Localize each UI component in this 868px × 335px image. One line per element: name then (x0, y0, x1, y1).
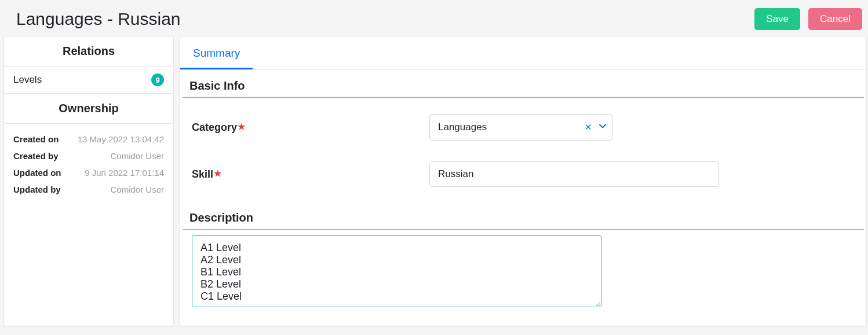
created-by-value: Comidor User (110, 151, 164, 161)
save-button[interactable]: Save (754, 8, 800, 30)
ownership-updated-on: Updated on 9 Jun 2022 17:01:14 (13, 164, 164, 181)
sidebar-item-levels[interactable]: Levels 9 (4, 67, 173, 93)
category-select[interactable]: Languages ✕ (429, 114, 612, 141)
ownership-title: Ownership (4, 93, 173, 124)
ownership-created-by: Created by Comidor User (13, 148, 164, 164)
levels-count-badge: 9 (151, 73, 164, 86)
page-title: Languages - Russian (16, 9, 181, 29)
main-panel: Summary Basic Info Category★ Languages ✕… (180, 36, 867, 326)
clear-icon[interactable]: ✕ (585, 122, 592, 132)
skill-label-text: Skill (192, 168, 213, 180)
tabs: Summary (180, 36, 866, 70)
description-title: Description (183, 202, 864, 230)
relations-title: Relations (4, 36, 173, 67)
sidebar-item-label: Levels (13, 74, 42, 86)
basic-info-title: Basic Info (183, 70, 864, 98)
created-on-label: Created on (13, 134, 59, 144)
created-on-value: 13 May 2022 13:04:42 (78, 134, 164, 144)
category-select-value: Languages (438, 122, 487, 133)
updated-by-label: Updated by (13, 185, 61, 194)
basic-info-form: Category★ Languages ✕ Skill★ (180, 98, 866, 202)
skill-row: Skill★ (192, 151, 855, 197)
ownership-list: Created on 13 May 2022 13:04:42 Created … (4, 124, 173, 207)
description-area (180, 230, 866, 310)
required-star-icon: ★ (238, 122, 245, 131)
skill-input[interactable] (429, 161, 719, 187)
skill-label: Skill★ (192, 168, 429, 181)
created-by-label: Created by (13, 151, 59, 161)
updated-on-value: 9 Jun 2022 17:01:14 (85, 168, 164, 178)
sidebar-panel: Relations Levels 9 Ownership Created on … (3, 36, 174, 326)
category-row: Category★ Languages ✕ (192, 104, 855, 151)
category-label-text: Category (192, 122, 237, 133)
cancel-button[interactable]: Cancel (808, 8, 862, 30)
description-textarea[interactable] (192, 235, 601, 307)
tab-summary[interactable]: Summary (180, 36, 253, 69)
ownership-created-on: Created on 13 May 2022 13:04:42 (13, 131, 164, 148)
updated-on-label: Updated on (13, 168, 61, 178)
page-header: Languages - Russian Save Cancel (0, 0, 868, 36)
required-star-icon: ★ (214, 168, 221, 178)
chevron-down-icon[interactable] (598, 122, 607, 134)
header-buttons: Save Cancel (754, 8, 862, 30)
updated-by-value: Comidor User (110, 185, 164, 194)
category-label: Category★ (192, 122, 429, 134)
ownership-updated-by: Updated by Comidor User (13, 181, 164, 198)
